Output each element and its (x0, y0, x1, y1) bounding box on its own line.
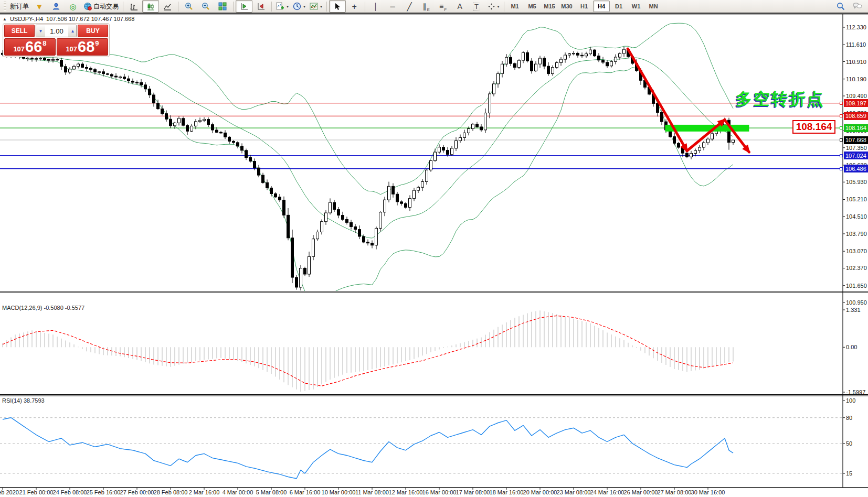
tf-button-m30[interactable]: M30 (558, 1, 575, 12)
macd-label: MACD(12,26,9) -0.5080 -0.5577 (2, 305, 84, 311)
rsi-tick-label: 100 (846, 397, 868, 404)
tile-windows-icon (218, 2, 227, 10)
support-zone-rectangle[interactable] (665, 125, 749, 132)
profiles-button[interactable] (48, 0, 65, 13)
price-tag-anchor (840, 114, 843, 117)
line-chart-button[interactable] (159, 0, 176, 13)
price-tick-label: 112.330 (846, 24, 868, 30)
price-callout-box[interactable]: 108.164 (792, 120, 835, 134)
line-chart-icon (164, 3, 172, 10)
zoom-out-icon (202, 2, 210, 10)
horizontal-line-button[interactable]: ─ (384, 0, 401, 13)
text-tool-button[interactable]: A (451, 0, 468, 13)
templates-caret-icon: ▾ (320, 4, 322, 9)
toolbar-grip[interactable] (4, 2, 6, 11)
bollinger-middle-band[interactable] (7, 55, 733, 239)
tf-button-h4[interactable]: H4 (593, 1, 610, 12)
sell-price-small: 107 (13, 45, 25, 53)
new-order-button[interactable]: 新订单 (8, 0, 31, 13)
main-pane[interactable] (0, 23, 843, 299)
cursor-button[interactable] (329, 0, 346, 13)
price-tag: 108.659 (844, 112, 868, 120)
chart-shift-icon (257, 3, 265, 10)
zoom-in-button[interactable] (181, 0, 197, 13)
crosshair-button[interactable]: + (346, 0, 363, 13)
one-click-trade-panel: SELL ▼ ▲ BUY 107 66 8 107 68 9 (3, 23, 110, 57)
search-icon (837, 2, 845, 10)
chart-shift-button[interactable] (252, 0, 269, 13)
tf-button-h1[interactable]: H1 (576, 1, 592, 12)
price-tick-label: 103.790 (846, 231, 868, 237)
collapse-panel-icon[interactable]: ▲ (3, 17, 7, 21)
fibonacci-icon: ≡ (439, 3, 443, 10)
funnel-button[interactable]: ▼ (31, 0, 48, 13)
vertical-line-button[interactable]: │ (367, 0, 384, 13)
candlestick-chart-icon (147, 3, 155, 10)
templates-button[interactable]: ▾ (308, 0, 324, 13)
arrows-tool-button[interactable]: ▾ (485, 0, 502, 13)
chat-button[interactable] (849, 0, 866, 13)
tf-button-m1[interactable]: M1 (506, 1, 523, 12)
label-tool-button[interactable]: T (468, 0, 485, 13)
signals-button[interactable]: ◎ (65, 0, 81, 13)
autoscroll-button[interactable] (236, 0, 252, 13)
buy-price-display[interactable]: 107 68 9 (57, 38, 108, 56)
search-button[interactable] (832, 0, 849, 13)
macd-pane[interactable] (3, 310, 733, 392)
cursor-icon (334, 3, 341, 10)
tf-button-m5[interactable]: M5 (524, 1, 541, 12)
price-tick-label: 105.210 (846, 196, 868, 202)
trend-arrows[interactable] (628, 49, 749, 152)
tf-button-d1[interactable]: D1 (610, 1, 627, 12)
volume-input[interactable] (45, 25, 68, 37)
turning-point-annotation[interactable]: 多空转折点 (736, 88, 825, 110)
periods-button[interactable]: ▾ (291, 0, 308, 13)
label-tool-icon: T (473, 3, 480, 10)
price-tick-label: 111.610 (846, 41, 868, 48)
tf-button-w1[interactable]: W1 (628, 1, 644, 12)
price-tag: 106.486 (844, 165, 868, 172)
macd-tick-label: -1.5997 (846, 389, 868, 395)
price-tick-label: 100.950 (846, 299, 868, 306)
price-tick-label: 101.650 (846, 283, 868, 289)
sell-price-sup: 8 (43, 39, 46, 47)
autotrading-icon (83, 2, 92, 10)
tile-windows-button[interactable] (214, 0, 231, 13)
chart-canvas[interactable] (0, 0, 868, 497)
ohlc-values: 107.506 107.672 107.467 107.668 (46, 16, 134, 22)
bollinger-lower-band[interactable] (7, 55, 733, 299)
sell-price-display[interactable]: 107 66 8 (4, 38, 56, 56)
rsi-line[interactable] (3, 418, 733, 479)
clock-icon (293, 2, 301, 10)
rsi-tick-label: 15 (846, 470, 868, 477)
mt4-window: { "toolbar": { "new_order_label": "新订单",… (0, 0, 868, 497)
trendline-button[interactable]: ╱ (401, 0, 418, 13)
volume-increase-button[interactable]: ▲ (68, 25, 77, 37)
crosshair-icon: + (352, 3, 356, 10)
arrows-caret-icon: ▾ (497, 4, 500, 9)
tf-button-m15[interactable]: M15 (541, 1, 558, 12)
fibonacci-button[interactable]: ≡ F (435, 0, 451, 13)
price-tick-label: 107.350 (846, 145, 868, 151)
rsi-tick-label: 50 (846, 440, 868, 447)
volume-decrease-button[interactable]: ▼ (36, 25, 45, 37)
price-tick-label: 109.490 (846, 93, 868, 99)
fibonacci-sub-label: F (444, 7, 447, 12)
price-tag-anchor (840, 154, 843, 157)
tf-button-mn[interactable]: MN (645, 1, 662, 12)
indicators-button[interactable]: ▾ (274, 0, 291, 13)
bar-chart-button[interactable] (125, 0, 142, 13)
chat-icon (853, 2, 862, 10)
channel-button[interactable]: ∥ E (418, 0, 435, 13)
zoom-out-button[interactable] (197, 0, 214, 13)
sell-button[interactable]: SELL (4, 25, 35, 37)
candlestick-chart-button[interactable] (142, 0, 159, 13)
buy-price-sup: 9 (95, 39, 99, 47)
price-tag-anchor (840, 167, 843, 170)
sell-price-big: 66 (25, 39, 42, 55)
arrows-tool-icon (488, 3, 495, 10)
indicators-add-icon (276, 2, 284, 10)
rsi-pane[interactable] (0, 418, 843, 479)
autotrading-button[interactable]: 自动交易 (81, 0, 121, 13)
buy-button[interactable]: BUY (78, 25, 108, 37)
